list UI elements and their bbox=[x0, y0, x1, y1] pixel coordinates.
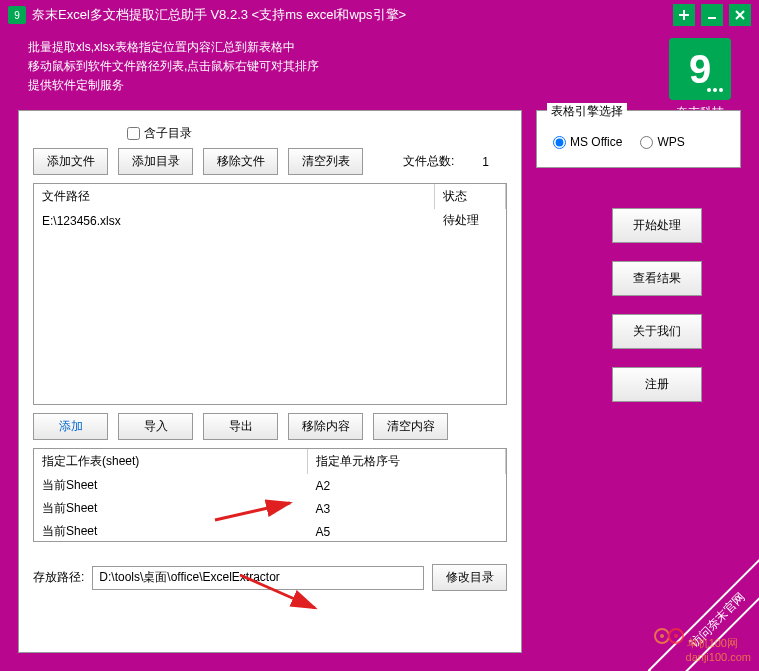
cell-sheet: 当前Sheet bbox=[34, 497, 307, 520]
remove-content-button[interactable]: 移除内容 bbox=[288, 413, 363, 440]
col-header-status[interactable]: 状态 bbox=[435, 184, 506, 209]
svg-point-12 bbox=[674, 634, 678, 638]
desc-line-2: 移动鼠标到软件文件路径列表,点击鼠标右键可对其排序 bbox=[28, 57, 319, 76]
cell-cell: A2 bbox=[307, 474, 505, 497]
table-row[interactable]: 当前SheetA5 bbox=[34, 520, 506, 542]
main-panel: 含子目录 添加文件 添加目录 移除文件 清空列表 文件总数: 1 文件路径 状态… bbox=[18, 110, 522, 653]
file-count-value: 1 bbox=[482, 155, 489, 169]
modify-dir-button[interactable]: 修改目录 bbox=[432, 564, 507, 591]
add-file-button[interactable]: 添加文件 bbox=[33, 148, 108, 175]
sheet-table[interactable]: 指定工作表(sheet) 指定单元格序号 当前SheetA2当前SheetA3当… bbox=[33, 448, 507, 542]
export-button[interactable]: 导出 bbox=[203, 413, 278, 440]
app-icon: 9 bbox=[8, 6, 26, 24]
desc-line-3: 提供软件定制服务 bbox=[28, 76, 319, 95]
col-header-sheet[interactable]: 指定工作表(sheet) bbox=[34, 449, 307, 474]
svg-point-10 bbox=[660, 634, 664, 638]
minimize-button[interactable] bbox=[701, 4, 723, 26]
right-panel: 表格引擎选择 MS Office WPS 开始处理 查看结果 关于我们 注册 bbox=[536, 110, 741, 420]
save-path-label: 存放路径: bbox=[33, 569, 84, 586]
file-table[interactable]: 文件路径 状态 E:\123456.xlsx待处理 bbox=[33, 183, 507, 405]
cell-cell: A3 bbox=[307, 497, 505, 520]
import-button[interactable]: 导入 bbox=[118, 413, 193, 440]
radio-wps[interactable]: WPS bbox=[640, 135, 684, 149]
watermark: 单机100网 danji100.com bbox=[654, 626, 751, 663]
remove-file-button[interactable]: 移除文件 bbox=[203, 148, 278, 175]
include-subdir-checkbox[interactable]: 含子目录 bbox=[127, 125, 507, 142]
add-button[interactable]: 添加 bbox=[33, 413, 108, 440]
start-process-button[interactable]: 开始处理 bbox=[612, 208, 702, 243]
col-header-path[interactable]: 文件路径 bbox=[34, 184, 435, 209]
clear-content-button[interactable]: 清空内容 bbox=[373, 413, 448, 440]
about-us-button[interactable]: 关于我们 bbox=[612, 314, 702, 349]
engine-legend: 表格引擎选择 bbox=[547, 103, 627, 120]
view-result-button[interactable]: 查看结果 bbox=[612, 261, 702, 296]
description: 批量提取xls,xlsx表格指定位置内容汇总到新表格中 移动鼠标到软件文件路径列… bbox=[28, 38, 319, 121]
close-button[interactable] bbox=[729, 4, 751, 26]
logo-icon: 9 bbox=[669, 38, 731, 100]
svg-rect-1 bbox=[683, 10, 685, 20]
engine-fieldset: 表格引擎选择 MS Office WPS bbox=[536, 110, 741, 168]
cell-sheet: 当前Sheet bbox=[34, 520, 307, 542]
svg-rect-2 bbox=[708, 17, 716, 19]
add-dir-button[interactable]: 添加目录 bbox=[118, 148, 193, 175]
table-row[interactable]: 当前SheetA3 bbox=[34, 497, 506, 520]
clear-list-button[interactable]: 清空列表 bbox=[288, 148, 363, 175]
table-row[interactable]: E:\123456.xlsx待处理 bbox=[34, 209, 506, 232]
col-header-cell[interactable]: 指定单元格序号 bbox=[307, 449, 505, 474]
include-subdir-input[interactable] bbox=[127, 127, 140, 140]
watermark-icon bbox=[654, 626, 684, 646]
title-text: 奈末Excel多文档提取汇总助手 V8.2.3 <支持ms excel和wps引… bbox=[32, 6, 673, 24]
table-row[interactable]: 当前SheetA2 bbox=[34, 474, 506, 497]
titlebar: 9 奈末Excel多文档提取汇总助手 V8.2.3 <支持ms excel和wp… bbox=[0, 0, 759, 30]
cell-sheet: 当前Sheet bbox=[34, 474, 307, 497]
cell-cell: A5 bbox=[307, 520, 505, 542]
app-window: 9 奈末Excel多文档提取汇总助手 V8.2.3 <支持ms excel和wp… bbox=[0, 0, 759, 671]
cell-path: E:\123456.xlsx bbox=[34, 209, 435, 232]
radio-ms-office-input[interactable] bbox=[553, 136, 566, 149]
file-count-label: 文件总数: bbox=[403, 153, 454, 170]
cell-status: 待处理 bbox=[435, 209, 506, 232]
desc-line-1: 批量提取xls,xlsx表格指定位置内容汇总到新表格中 bbox=[28, 38, 319, 57]
radio-ms-office[interactable]: MS Office bbox=[553, 135, 622, 149]
radio-wps-input[interactable] bbox=[640, 136, 653, 149]
pin-button[interactable] bbox=[673, 4, 695, 26]
register-button[interactable]: 注册 bbox=[612, 367, 702, 402]
save-path-input[interactable] bbox=[92, 566, 424, 590]
logo-box[interactable]: 9 奈末科技 bbox=[661, 38, 739, 121]
